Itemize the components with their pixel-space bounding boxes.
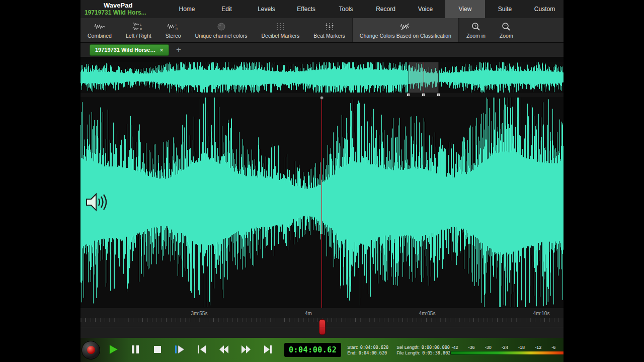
new-tab-button[interactable]: + — [176, 45, 181, 55]
combined-label: Combined — [88, 33, 112, 39]
tab-current-file[interactable]: 19719731 Wild Horse… × — [90, 44, 169, 56]
play-button[interactable] — [104, 341, 122, 359]
transport-bar: 0:04:00.62 Start: 0:04:00.620 Sel Length… — [80, 338, 564, 362]
meter-label: -6 — [551, 345, 555, 350]
start-label: Start: — [347, 345, 358, 350]
menu-tools[interactable]: Tools — [326, 0, 366, 18]
menu-custom[interactable]: Custom — [525, 0, 564, 18]
end-value: 0:04:00.620 — [359, 350, 387, 355]
stereo-label: Stereo — [166, 33, 181, 39]
combined-button[interactable]: Combined — [80, 18, 119, 42]
brand-block: WavePad 19719731 Wild Hors... — [80, 0, 167, 18]
menu-levels[interactable]: Levels — [247, 0, 286, 18]
menu-view[interactable]: View — [445, 0, 485, 18]
file-length-value: 0:05:38.802 — [422, 350, 450, 355]
view-toolbar: Combined LR Left / Right LR Stereo — [80, 18, 564, 43]
decibel-markers-label: Decibel Markers — [262, 33, 300, 39]
menu-bar: WavePad 19719731 Wild Hors... Home Edit … — [80, 0, 564, 18]
menu-home[interactable]: Home — [167, 0, 207, 18]
main-waveform[interactable] — [80, 97, 564, 308]
play-icon — [108, 344, 119, 356]
timeline-ruler[interactable]: 3m:55s 4m 4m:05s 4m:10s — [80, 308, 564, 318]
record-icon — [87, 346, 95, 354]
combined-channels-icon — [94, 22, 105, 31]
pause-icon — [130, 344, 141, 356]
timeline-label: 4m:10s — [533, 311, 550, 316]
zoom-out-button[interactable]: Zoom — [493, 18, 520, 42]
skip-to-end-button[interactable] — [259, 341, 277, 359]
skip-to-start-icon — [196, 344, 207, 356]
timeline-label: 4m:05s — [419, 311, 436, 316]
wavepad-window: WavePad 19719731 Wild Hors... Home Edit … — [80, 0, 564, 362]
sel-length-label: Sel Length: — [396, 345, 420, 350]
pause-button[interactable] — [126, 341, 144, 359]
file-length-field: File Length: 0:05:38.802 — [396, 350, 450, 355]
zoom-group: Zoom in Zoom — [459, 18, 520, 42]
decibel-markers-icon — [275, 22, 285, 31]
stereo-button[interactable]: LR Stereo — [158, 18, 188, 42]
level-meter-scale: -42 -36 -30 -24 -18 -12 -6 0 — [450, 345, 564, 350]
left-right-channels-icon: LR — [132, 22, 144, 31]
seek-bar[interactable] — [80, 318, 564, 338]
unique-channel-colors-button[interactable]: Unique channel colors — [188, 18, 255, 42]
menu-edit[interactable]: Edit — [207, 0, 247, 18]
svg-text:L: L — [176, 24, 177, 27]
svg-text:R: R — [140, 28, 142, 31]
svg-text:R: R — [176, 27, 178, 30]
app-title: WavePad — [104, 2, 167, 9]
playhead-handle-dot[interactable] — [320, 96, 324, 100]
menu-voice[interactable]: Voice — [406, 0, 445, 18]
end-time-field: End: 0:04:00.620 — [347, 350, 388, 355]
skip-to-start-button[interactable] — [193, 341, 211, 359]
file-length-label: File Length: — [396, 350, 420, 355]
menu-effects[interactable]: Effects — [286, 0, 326, 18]
selection-handle-left[interactable] — [407, 93, 410, 97]
start-time-field: Start: 0:04:00.620 — [347, 345, 388, 350]
stop-button[interactable] — [148, 341, 167, 359]
speaker-icon[interactable] — [85, 192, 109, 215]
tab-close-icon[interactable]: × — [159, 46, 164, 54]
letterbox-background: WavePad 19719731 Wild Hors... Home Edit … — [0, 0, 644, 362]
record-button[interactable] — [82, 341, 100, 359]
unique-channel-colors-label: Unique channel colors — [195, 33, 248, 39]
current-file-label: 19719731 Wild Hors... — [85, 9, 167, 16]
tab-label: 19719731 Wild Horse… — [95, 47, 155, 53]
time-display: 0:04:00.62 — [284, 343, 341, 357]
menu-suite[interactable]: Suite — [485, 0, 525, 18]
zoom-in-label: Zoom in — [466, 33, 486, 39]
meter-label: -18 — [518, 345, 525, 350]
seek-position-marker[interactable] — [319, 319, 326, 335]
overview-waveform[interactable] — [80, 62, 564, 93]
channel-display-group: Combined LR Left / Right LR Stereo — [80, 18, 352, 42]
tab-gap-strip — [80, 57, 564, 62]
change-colors-classification-label: Change Colors Based on Classification — [360, 33, 451, 39]
overview-selection-box[interactable] — [409, 62, 439, 93]
change-colors-classification-button[interactable]: Change Colors Based on Classification — [353, 18, 458, 42]
selection-handle-middle[interactable] — [422, 93, 425, 97]
zoom-out-icon — [502, 22, 511, 31]
fast-forward-button[interactable] — [237, 341, 255, 359]
decibel-markers-button[interactable]: Decibel Markers — [255, 18, 307, 42]
stereo-channels-icon: LR — [167, 22, 179, 31]
fast-forward-icon — [240, 344, 252, 356]
play-from-cursor-button[interactable] — [171, 341, 189, 359]
end-label: End: — [347, 350, 357, 355]
left-right-button[interactable]: LR Left / Right — [119, 18, 158, 42]
menu-record[interactable]: Record — [366, 0, 406, 18]
playhead-cursor[interactable] — [321, 97, 322, 308]
tab-bar: 19719731 Wild Horse… × + — [80, 43, 564, 57]
beat-markers-label: Beat Markers — [313, 33, 345, 39]
beat-markers-button[interactable]: Beat Markers — [306, 18, 352, 42]
start-value: 0:04:00.620 — [360, 345, 388, 350]
skip-to-end-icon — [263, 344, 274, 356]
selection-handle-right[interactable] — [437, 93, 440, 97]
level-meter-bar — [450, 351, 564, 355]
beat-markers-icon — [325, 22, 335, 31]
rewind-button[interactable] — [215, 341, 233, 359]
main-menu: Home Edit Levels Effects Tools Record Vo… — [167, 0, 564, 18]
unique-channel-colors-knob-icon — [217, 22, 226, 31]
timeline-label: 4m — [305, 311, 312, 316]
play-from-cursor-icon — [174, 344, 185, 356]
classification-group: Change Colors Based on Classification — [352, 18, 459, 42]
zoom-in-button[interactable]: Zoom in — [459, 18, 493, 42]
